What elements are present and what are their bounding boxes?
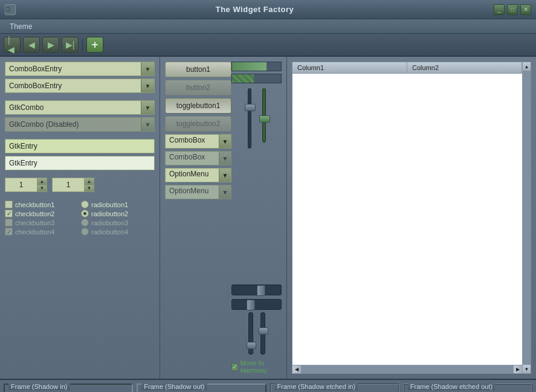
window-title: The Widget Factory bbox=[16, 5, 494, 14]
move-harmony-label: Move In Harmony bbox=[241, 359, 282, 374]
checkbutton-2[interactable]: ✓ bbox=[5, 210, 13, 217]
tree-hscrollbar[interactable]: ◀ ▶ bbox=[292, 365, 522, 373]
combo-box-entry-1[interactable]: ComboBoxEntry ▼ bbox=[5, 62, 155, 76]
gtk-entry-1[interactable]: GtkEntry bbox=[5, 139, 155, 153]
tree-vscroll-track[interactable] bbox=[523, 71, 531, 365]
button1[interactable]: button1 bbox=[165, 62, 231, 77]
left-panel: ComboBoxEntry ▼ ComboBoxEntry ▼ GtkCombo… bbox=[0, 57, 160, 379]
spinner-1-up[interactable]: ▲ bbox=[37, 178, 47, 185]
vslider-1-thumb[interactable] bbox=[245, 104, 256, 111]
button2-disabled: button2 bbox=[165, 80, 231, 95]
move-harmony-checkbox[interactable]: ✓ bbox=[231, 363, 238, 371]
combo-box-entry-2-text: ComboBoxEntry bbox=[5, 80, 141, 91]
gtk-entry-2[interactable]: GtkEntry bbox=[5, 156, 155, 170]
frame-shadow-etched-in-label: Frame (Shadow etched in) bbox=[275, 383, 358, 390]
radio-row-1[interactable]: radiobutton1 bbox=[81, 201, 155, 208]
radiobutton-2-label: radiobutton2 bbox=[91, 210, 128, 217]
hslider-2-thumb[interactable] bbox=[247, 300, 255, 310]
minimize-button[interactable]: _ bbox=[494, 4, 505, 15]
optionmenu-1-text: OptionMenu bbox=[166, 169, 219, 182]
tree-header: Column1 Column2 bbox=[292, 62, 522, 74]
main-content: ComboBoxEntry ▼ ComboBoxEntry ▼ GtkCombo… bbox=[0, 57, 536, 379]
frame-shadow-in-border: Frame (Shadow in) bbox=[4, 384, 133, 392]
spinner-2-value: 1 bbox=[53, 181, 84, 189]
vslider-3-thumb[interactable] bbox=[247, 342, 256, 349]
window-controls: _ □ ✕ bbox=[494, 4, 531, 15]
checkbutton-1[interactable] bbox=[5, 201, 13, 208]
radiobutton-1[interactable] bbox=[81, 201, 89, 208]
spinner-1[interactable]: 1 ▲ ▼ bbox=[5, 178, 47, 192]
toolbar-next-button[interactable]: ▶ bbox=[42, 37, 59, 53]
combobox-1[interactable]: ComboBox ▼ bbox=[165, 134, 231, 149]
progress-bar-1 bbox=[231, 62, 282, 71]
vslider-1-track bbox=[248, 88, 251, 149]
radio-row-3: radiobutton3 bbox=[81, 219, 155, 227]
menubar: Theme bbox=[0, 19, 536, 34]
gtk-combo-1-arrow[interactable]: ▼ bbox=[141, 101, 154, 114]
toolbar-add-button[interactable]: + bbox=[86, 37, 103, 53]
maximize-button[interactable]: □ bbox=[507, 4, 518, 15]
vslider-2-thumb[interactable] bbox=[259, 115, 270, 123]
tree-hscroll-left[interactable]: ◀ bbox=[292, 365, 301, 373]
radiobutton-4-label: radiobutton4 bbox=[91, 228, 128, 236]
toolbar-back-button[interactable]: |◀ bbox=[4, 37, 21, 53]
tree-vscrollbar[interactable]: ▲ ▼ bbox=[522, 62, 531, 373]
vslider-4-thumb[interactable] bbox=[259, 327, 268, 335]
gtk-combo-1-text: GtkCombo bbox=[5, 102, 141, 113]
toolbar-end-button[interactable]: ▶| bbox=[62, 37, 79, 53]
bottom-section: Frame (Shadow in) Frame (Shadow out) Fra… bbox=[0, 379, 536, 392]
gtk-combo-2-arrow: ▼ bbox=[141, 118, 154, 131]
vslider-3[interactable] bbox=[247, 312, 255, 355]
radio-row-2[interactable]: radiobutton2 bbox=[81, 210, 155, 217]
mid-right: ✓ Move In Harmony bbox=[231, 62, 282, 374]
optionmenu-1[interactable]: OptionMenu ▼ bbox=[165, 168, 231, 182]
progress-fill-2 bbox=[232, 74, 254, 83]
tree-vscroll-up[interactable]: ▲ bbox=[523, 62, 531, 71]
spinner-2[interactable]: 1 ▲ ▼ bbox=[52, 178, 94, 192]
tree-hscroll-track[interactable] bbox=[301, 365, 514, 373]
gtk-combo-1[interactable]: GtkCombo ▼ bbox=[5, 100, 155, 115]
optionmenu-1-arrow[interactable]: ▼ bbox=[219, 169, 231, 182]
menu-theme[interactable]: Theme bbox=[5, 21, 37, 32]
spinner-2-down[interactable]: ▼ bbox=[85, 185, 94, 192]
hslider-1-thumb[interactable] bbox=[257, 285, 265, 296]
checkbutton-3-label: checkbutton3 bbox=[15, 219, 54, 227]
spinner-1-down[interactable]: ▼ bbox=[37, 185, 47, 192]
check-row-2[interactable]: ✓ checkbutton2 bbox=[5, 210, 79, 217]
radiobutton-3 bbox=[81, 219, 89, 227]
close-button[interactable]: ✕ bbox=[520, 4, 531, 15]
radiobutton-3-label: radiobutton3 bbox=[91, 219, 128, 227]
vslider-2[interactable] bbox=[258, 88, 270, 143]
spinner-2-buttons[interactable]: ▲ ▼ bbox=[84, 178, 94, 191]
frame-shadow-out-border: Frame (Shadow out) bbox=[137, 384, 266, 392]
toolbar: |◀ ◀ ▶ ▶| + bbox=[0, 34, 536, 57]
combo-box-entry-2[interactable]: ComboBoxEntry ▼ bbox=[5, 79, 155, 93]
tree-view-container: Column1 Column2 ◀ ▶ ▲ ▼ bbox=[292, 62, 531, 374]
vslider-3-track bbox=[248, 312, 253, 355]
combobox-2-text: ComboBox bbox=[166, 152, 219, 165]
radiobutton-2[interactable] bbox=[81, 210, 89, 217]
checkbutton-4: ✓ bbox=[5, 228, 13, 236]
combo-box-entry-1-arrow[interactable]: ▼ bbox=[141, 62, 154, 76]
combobox-1-arrow[interactable]: ▼ bbox=[219, 135, 231, 148]
radiobutton-4 bbox=[81, 228, 89, 236]
togglebutton1[interactable]: togglebutton1 bbox=[165, 98, 231, 114]
combo-box-entry-2-arrow[interactable]: ▼ bbox=[141, 79, 154, 92]
combobox-2-arrow: ▼ bbox=[219, 152, 231, 165]
tree-vscroll-down[interactable]: ▼ bbox=[523, 365, 531, 373]
spinner-2-up[interactable]: ▲ bbox=[85, 178, 94, 185]
tree-hscroll-right[interactable]: ▶ bbox=[514, 365, 522, 373]
frames-row: Frame (Shadow in) Frame (Shadow out) Fra… bbox=[4, 384, 532, 392]
tree-body[interactable] bbox=[292, 74, 522, 365]
vslider-4[interactable] bbox=[259, 312, 267, 355]
radiobutton-1-label: radiobutton1 bbox=[91, 201, 128, 208]
optionmenu-2-arrow: ▼ bbox=[219, 185, 231, 199]
hslider-1[interactable] bbox=[231, 284, 282, 295]
vslider-1[interactable] bbox=[244, 88, 256, 149]
gtk-combo-2-disabled: GtkCombo (Disabled) ▼ bbox=[5, 117, 155, 132]
spinner-1-buttons[interactable]: ▲ ▼ bbox=[37, 178, 47, 191]
radio-row-4: radiobutton4 bbox=[81, 228, 155, 236]
check-row-1[interactable]: checkbutton1 bbox=[5, 201, 79, 208]
hslider-2[interactable] bbox=[231, 299, 282, 310]
toolbar-prev-button[interactable]: ◀ bbox=[23, 37, 40, 53]
